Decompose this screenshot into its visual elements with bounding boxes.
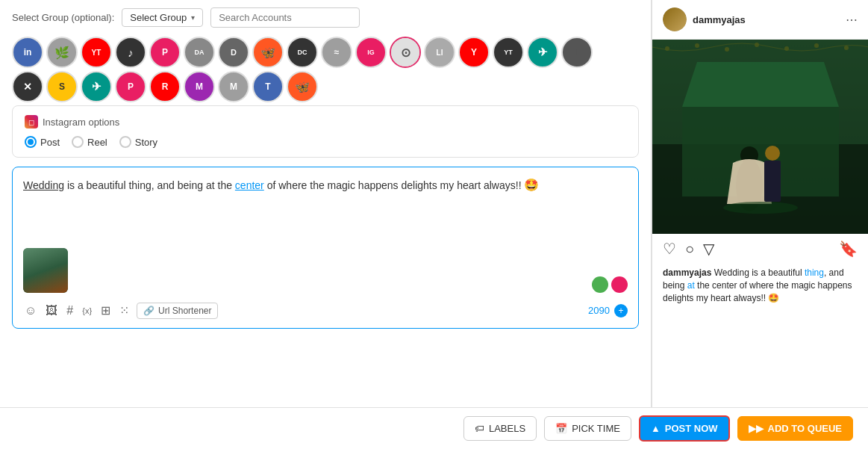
select-group-text: Select Group	[130, 12, 187, 23]
account-avatar-selected[interactable]: ⊙	[390, 37, 421, 68]
select-group-button[interactable]: Select Group ▾	[122, 8, 203, 27]
account-avatar[interactable]: I	[561, 37, 593, 68]
account-avatar[interactable]: 🦋	[252, 37, 284, 68]
account-avatar[interactable]: Y	[458, 37, 490, 68]
instagram-icon: ◻	[25, 115, 38, 128]
radio-group: Post Reel Story	[25, 136, 626, 148]
account-avatar[interactable]: 🌿	[46, 37, 78, 68]
account-avatar[interactable]: in	[12, 37, 43, 68]
preview-actions: ♡ ○ ▽ 🔖	[652, 234, 868, 264]
more-options-button[interactable]: ⋯	[846, 13, 858, 27]
reel-radio-circle[interactable]	[72, 136, 84, 148]
url-shortener-label: Url Shortener	[158, 306, 211, 316]
bottom-toolbar: 🏷 LABELS 📅 PICK TIME ▲ POST NOW ▶▶ ADD T…	[0, 407, 868, 449]
scene-svg	[652, 40, 868, 234]
reel-radio-label: Reel	[87, 137, 107, 148]
account-avatar[interactable]: 🦋	[287, 71, 318, 102]
chevron-down-icon: ▾	[191, 13, 195, 22]
emoji: 🤩	[524, 179, 539, 191]
account-avatar[interactable]: M	[218, 71, 249, 102]
emoji-button[interactable]: ☺	[23, 303, 38, 319]
labels-label: LABELS	[489, 423, 525, 434]
select-group-label: Select Group (optional):	[12, 12, 114, 23]
upload-icon: ▲	[651, 423, 661, 434]
accounts-row-1: in 🌿 YT ♪ P DA D 🦋 DC	[12, 37, 639, 68]
post-radio-item[interactable]: Post	[25, 136, 60, 148]
attachment-preview[interactable]	[23, 248, 68, 293]
editor-content[interactable]: Wedding is a beautiful thing, and being …	[23, 176, 628, 236]
account-avatar[interactable]: P	[115, 71, 146, 102]
account-avatar[interactable]: DC	[287, 37, 318, 68]
account-avatar[interactable]: ✈	[527, 37, 558, 68]
preview-image	[652, 40, 868, 234]
account-avatar[interactable]: LI	[424, 37, 455, 68]
account-avatar[interactable]: YT	[493, 37, 524, 68]
instagram-options-box: ◻ Instagram options Post Reel Story	[12, 105, 639, 158]
right-panel: dammyajas ⋯	[652, 0, 868, 407]
svg-point-15	[723, 202, 798, 214]
url-shortener-button[interactable]: 🔗 Url Shortener	[137, 303, 218, 319]
grid-button[interactable]: ⁙	[118, 302, 131, 319]
resize-button[interactable]: ⊞	[99, 302, 112, 319]
add-to-queue-label: ADD TO QUEUE	[768, 423, 842, 434]
svg-marker-9	[682, 62, 839, 107]
caption-username: dammyajas	[663, 267, 714, 278]
bookmark-icon[interactable]: 🔖	[839, 240, 858, 258]
labels-button[interactable]: 🏷 LABELS	[463, 416, 537, 441]
labels-icon: 🏷	[475, 423, 484, 434]
post-radio-circle[interactable]	[25, 136, 37, 148]
account-avatar[interactable]: ≈	[321, 37, 352, 68]
story-radio-item[interactable]: Story	[119, 136, 157, 148]
account-avatar[interactable]: ✈	[81, 71, 112, 102]
story-radio-label: Story	[135, 137, 157, 148]
account-avatar[interactable]: M	[184, 71, 215, 102]
calendar-icon: 📅	[555, 423, 567, 434]
account-avatar[interactable]: IG	[355, 37, 387, 68]
char-plus-button[interactable]: +	[614, 304, 628, 318]
preview-avatar	[663, 7, 687, 31]
svg-rect-13	[764, 161, 781, 202]
left-panel: Select Group (optional): Select Group ▾ …	[0, 0, 652, 407]
ai-red-icon[interactable]	[611, 276, 628, 293]
hashtag-button[interactable]: #	[65, 303, 75, 319]
account-avatar[interactable]: YT	[81, 37, 112, 68]
add-to-queue-button[interactable]: ▶▶ ADD TO QUEUE	[737, 416, 853, 441]
ai-green-icon[interactable]	[592, 276, 608, 293]
text-editor-box: Wedding is a beautiful thing, and being …	[12, 167, 639, 329]
preview-caption: dammyajas Wedding is a beautiful thing, …	[652, 264, 868, 312]
account-avatar[interactable]: ♪	[115, 37, 146, 68]
account-avatar[interactable]: DA	[184, 37, 215, 68]
post-now-label: POST NOW	[665, 423, 718, 434]
account-avatar[interactable]: T	[252, 71, 284, 102]
ig-options-title: Instagram options	[43, 117, 119, 128]
ai-icons	[592, 276, 628, 293]
share-icon[interactable]: ▽	[703, 240, 714, 258]
text-wedding: Wedding	[23, 179, 64, 191]
variable-button[interactable]: {x}	[81, 305, 93, 317]
account-avatar[interactable]: S	[46, 71, 78, 102]
post-now-button[interactable]: ▲ POST NOW	[639, 415, 730, 442]
reel-radio-item[interactable]: Reel	[72, 136, 107, 148]
top-bar: Select Group (optional): Select Group ▾	[12, 7, 639, 28]
pick-time-label: PICK TIME	[572, 423, 620, 434]
queue-icon: ▶▶	[749, 423, 764, 434]
accounts-row-2: ✕ S ✈ P R M M T 🦋	[12, 71, 639, 102]
comment-icon[interactable]: ○	[685, 241, 694, 258]
preview-username: dammyajas	[693, 14, 846, 25]
ig-options-header: ◻ Instagram options	[25, 115, 626, 128]
account-avatar[interactable]: R	[149, 71, 181, 102]
link-icon: 🔗	[143, 306, 154, 316]
story-radio-circle[interactable]	[119, 136, 131, 148]
like-icon[interactable]: ♡	[663, 240, 676, 258]
image-button[interactable]: 🖼	[44, 303, 59, 319]
svg-point-14	[765, 146, 780, 161]
text-center: center	[235, 179, 264, 191]
preview-header: dammyajas ⋯	[652, 0, 868, 40]
account-avatar[interactable]: ✕	[12, 71, 43, 102]
search-accounts-input[interactable]	[210, 7, 360, 28]
post-radio-label: Post	[40, 137, 60, 148]
account-avatar[interactable]: D	[218, 37, 249, 68]
account-avatar[interactable]: P	[149, 37, 181, 68]
pick-time-button[interactable]: 📅 PICK TIME	[544, 416, 631, 441]
char-count: 2090 +	[588, 304, 628, 318]
